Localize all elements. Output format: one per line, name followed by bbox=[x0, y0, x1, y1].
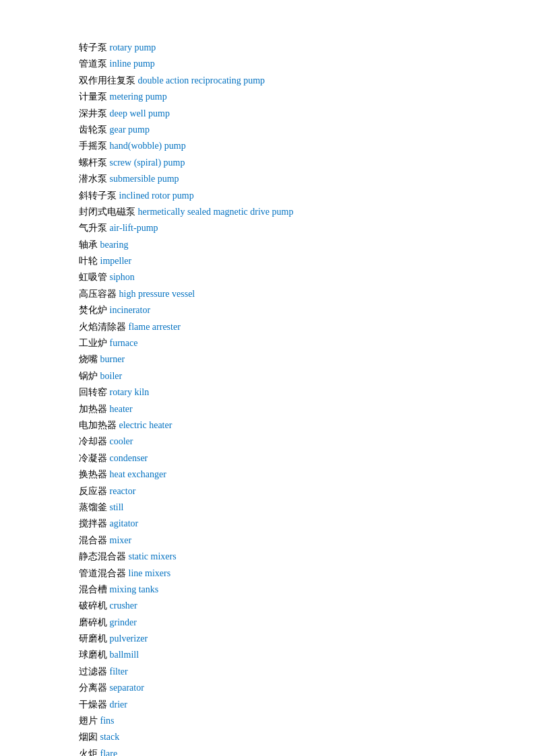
list-item: 反应器 reactor bbox=[79, 484, 508, 499]
term-zh: 叶轮 bbox=[79, 256, 100, 266]
list-item: 研磨机 pulverizer bbox=[79, 631, 508, 646]
term-zh: 深井泵 bbox=[79, 108, 110, 118]
term-en: high pressure vessel bbox=[119, 289, 195, 299]
term-zh: 潜水泵 bbox=[79, 174, 110, 184]
list-item: 电加热器 electric heater bbox=[79, 418, 508, 433]
term-en: reactor bbox=[110, 486, 136, 496]
list-item: 干燥器 drier bbox=[79, 697, 508, 712]
term-en: furnace bbox=[110, 338, 138, 348]
list-item: 高压容器 high pressure vessel bbox=[79, 287, 508, 302]
term-zh: 虹吸管 bbox=[79, 272, 110, 282]
term-en: gear pump bbox=[110, 125, 150, 135]
term-zh: 过滤器 bbox=[79, 666, 110, 677]
term-zh: 研磨机 bbox=[79, 633, 110, 644]
list-item: 分离器 separator bbox=[79, 681, 508, 695]
term-list: 转子泵 rotary pump管道泵 inline pump双作用往复泵 dou… bbox=[79, 40, 508, 756]
term-zh: 火焰清除器 bbox=[79, 322, 129, 332]
term-en: agitator bbox=[110, 518, 139, 528]
term-zh: 火炬 bbox=[79, 749, 100, 756]
list-item: 深井泵 deep well pump bbox=[79, 106, 508, 121]
list-item: 叶轮 impeller bbox=[79, 254, 508, 269]
list-item: 螺杆泵 screw (spiral) pump bbox=[79, 156, 508, 170]
term-en: burner bbox=[100, 354, 125, 364]
term-en: double action reciprocating pump bbox=[138, 75, 265, 85]
list-item: 潜水泵 submersible pump bbox=[79, 172, 508, 186]
term-en: drier bbox=[110, 699, 127, 710]
list-item: 轴承 bearing bbox=[79, 238, 508, 252]
term-zh: 烧嘴 bbox=[79, 354, 100, 364]
term-en: stack bbox=[100, 732, 120, 742]
list-item: 气升泵 air-lift-pump bbox=[79, 221, 508, 236]
term-en: heat exchanger bbox=[110, 469, 166, 479]
term-zh: 斜转子泵 bbox=[79, 191, 119, 201]
term-en: heater bbox=[110, 404, 133, 414]
list-item: 混合槽 mixing tanks bbox=[79, 582, 508, 597]
term-en: flame arrester bbox=[129, 322, 181, 332]
term-en: bearing bbox=[100, 240, 129, 250]
term-en: metering pump bbox=[110, 92, 167, 102]
list-item: 过滤器 filter bbox=[79, 664, 508, 679]
list-item: 管道泵 inline pump bbox=[79, 57, 508, 71]
list-item: 转子泵 rotary pump bbox=[79, 40, 508, 55]
term-en: screw (spiral) pump bbox=[110, 158, 185, 168]
list-item: 管道混合器 line mixers bbox=[79, 566, 508, 581]
term-en: flare bbox=[100, 749, 118, 756]
term-zh: 锅炉 bbox=[79, 371, 100, 381]
term-zh: 管道混合器 bbox=[79, 568, 129, 578]
list-item: 齿轮泵 gear pump bbox=[79, 123, 508, 137]
term-zh: 球磨机 bbox=[79, 650, 110, 660]
term-zh: 轴承 bbox=[79, 240, 100, 250]
list-item: 磨碎机 grinder bbox=[79, 615, 508, 630]
term-en: separator bbox=[110, 683, 144, 693]
list-item: 锅炉 boiler bbox=[79, 369, 508, 384]
term-en: mixer bbox=[110, 535, 132, 545]
term-en: incinerator bbox=[110, 305, 151, 315]
list-item: 双作用往复泵 double action reciprocating pump bbox=[79, 73, 508, 88]
term-zh: 翅片 bbox=[79, 716, 100, 726]
list-item: 破碎机 crusher bbox=[79, 598, 508, 613]
list-item: 混合器 mixer bbox=[79, 533, 508, 548]
term-zh: 搅拌器 bbox=[79, 518, 110, 528]
term-zh: 分离器 bbox=[79, 683, 110, 693]
term-zh: 转子泵 bbox=[79, 42, 110, 53]
term-zh: 气升泵 bbox=[79, 223, 110, 233]
term-zh: 工业炉 bbox=[79, 338, 110, 348]
term-en: hand(wobble) pump bbox=[110, 141, 186, 151]
term-zh: 冷却器 bbox=[79, 436, 110, 446]
term-zh: 破碎机 bbox=[79, 600, 110, 611]
term-en: hermetically sealed magnetic drive pump bbox=[138, 207, 294, 217]
term-zh: 磨碎机 bbox=[79, 617, 110, 627]
term-zh: 螺杆泵 bbox=[79, 158, 110, 168]
term-en: impeller bbox=[100, 256, 132, 266]
term-en: siphon bbox=[110, 272, 135, 282]
list-item: 手摇泵 hand(wobble) pump bbox=[79, 139, 508, 153]
term-en: rotary pump bbox=[110, 42, 156, 53]
term-en: rotary kiln bbox=[110, 387, 150, 397]
term-zh: 烟囱 bbox=[79, 732, 100, 742]
term-zh: 回转窑 bbox=[79, 387, 110, 397]
term-en: static mixers bbox=[129, 551, 177, 561]
term-zh: 干燥器 bbox=[79, 699, 110, 710]
term-zh: 高压容器 bbox=[79, 289, 119, 299]
term-zh: 反应器 bbox=[79, 486, 110, 496]
list-item: 烧嘴 burner bbox=[79, 352, 508, 367]
term-en: fins bbox=[100, 716, 115, 726]
list-item: 蒸馏釜 still bbox=[79, 500, 508, 515]
term-zh: 齿轮泵 bbox=[79, 125, 110, 135]
list-item: 计量泵 metering pump bbox=[79, 90, 508, 104]
list-item: 球磨机 ballmill bbox=[79, 648, 508, 662]
list-item: 搅拌器 agitator bbox=[79, 516, 508, 531]
list-item: 焚化炉 incinerator bbox=[79, 303, 508, 318]
term-en: ballmill bbox=[110, 650, 139, 660]
list-item: 换热器 heat exchanger bbox=[79, 467, 508, 482]
term-en: crusher bbox=[110, 600, 137, 611]
term-zh: 电加热器 bbox=[79, 420, 119, 430]
term-zh: 封闭式电磁泵 bbox=[79, 207, 138, 217]
term-en: line mixers bbox=[129, 568, 171, 578]
term-en: cooler bbox=[110, 436, 133, 446]
term-zh: 静态混合器 bbox=[79, 551, 129, 561]
list-item: 加热器 heater bbox=[79, 402, 508, 417]
term-zh: 焚化炉 bbox=[79, 305, 110, 315]
term-en: air-lift-pump bbox=[110, 223, 158, 233]
list-item: 冷凝器 condenser bbox=[79, 451, 508, 466]
